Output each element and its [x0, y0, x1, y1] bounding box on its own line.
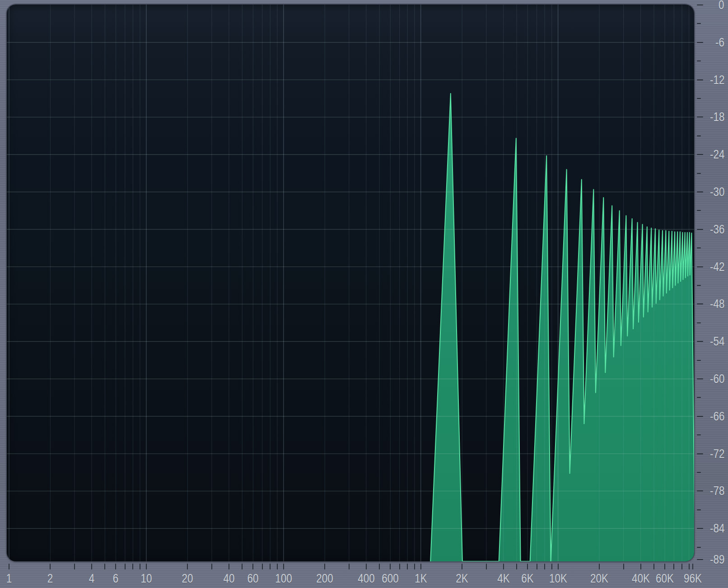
- db-major-tick: [697, 229, 703, 230]
- db-major-tick: [697, 266, 703, 267]
- frequency-axis-label: 2K: [456, 572, 468, 585]
- db-axis-label: -36: [710, 223, 724, 236]
- db-major-tick: [697, 378, 703, 379]
- db-minor-tick: [697, 210, 701, 211]
- db-axis-label: -6: [715, 36, 724, 49]
- frequency-axis-label: 20: [182, 572, 193, 585]
- frequency-tick: [146, 564, 147, 569]
- db-axis-label: 0: [719, 0, 724, 12]
- frequency-axis-label: 40: [223, 572, 234, 585]
- frequency-axis-label: 60: [247, 572, 259, 585]
- db-minor-tick: [697, 434, 701, 435]
- frequency-tick: [516, 564, 517, 569]
- db-major-tick: [697, 341, 703, 342]
- frequency-tick: [140, 564, 140, 569]
- frequency-tick: [125, 564, 126, 569]
- db-axis-label: -12: [710, 73, 724, 87]
- db-axis: 0-6-12-18-24-30-36-42-48-54-60-66-72-78-…: [694, 0, 728, 588]
- db-axis-label: -42: [710, 260, 724, 274]
- frequency-tick: [9, 564, 9, 569]
- db-axis-label: -72: [710, 447, 724, 461]
- frequency-tick: [262, 564, 263, 569]
- frequency-tick: [486, 564, 487, 569]
- frequency-axis-label: 10: [140, 572, 152, 585]
- spectrum-display[interactable]: [7, 5, 694, 561]
- frequency-tick: [187, 564, 188, 569]
- db-minor-tick: [697, 98, 701, 99]
- frequency-tick: [366, 564, 367, 569]
- frequency-tick: [50, 564, 51, 569]
- frequency-tick: [689, 564, 690, 569]
- frequency-axis-label: 60K: [656, 572, 674, 585]
- db-axis-label: -30: [710, 185, 724, 199]
- spectrum-analyzer-panel: 0-6-12-18-24-30-36-42-48-54-60-66-72-78-…: [0, 0, 728, 588]
- frequency-axis-label: 1K: [415, 572, 427, 585]
- frequency-axis-label: 20K: [590, 572, 608, 585]
- frequency-tick: [462, 564, 462, 569]
- frequency-tick: [664, 564, 665, 569]
- db-minor-tick: [697, 322, 701, 323]
- frequency-axis-label: 100: [275, 572, 292, 585]
- frequency-tick: [599, 564, 600, 569]
- frequency-axis-label: 96K: [684, 572, 702, 585]
- frequency-tick: [537, 564, 537, 569]
- frequency-tick: [74, 564, 75, 569]
- frequency-axis-label: 10K: [549, 572, 567, 585]
- db-axis-label: -18: [710, 110, 724, 124]
- frequency-tick: [544, 564, 545, 569]
- frequency-tick: [558, 564, 559, 569]
- frequency-tick: [132, 564, 133, 569]
- frequency-tick: [407, 564, 408, 569]
- db-major-tick: [697, 559, 703, 560]
- frequency-tick: [211, 564, 212, 569]
- frequency-tick: [420, 564, 421, 569]
- frequency-axis-label: 6: [113, 572, 118, 585]
- frequency-axis-label: 6K: [521, 572, 533, 585]
- db-minor-tick: [697, 547, 701, 548]
- db-major-tick: [697, 303, 703, 304]
- db-minor-tick: [697, 135, 701, 136]
- frequency-axis-label: 2: [47, 572, 53, 585]
- frequency-tick: [379, 564, 380, 569]
- frequency-tick: [324, 564, 325, 569]
- frequency-tick: [283, 564, 284, 569]
- frequency-tick: [681, 564, 682, 569]
- frequency-tick: [640, 564, 641, 569]
- frequency-tick: [390, 564, 391, 569]
- frequency-axis-label: 200: [317, 572, 333, 585]
- frequency-tick: [115, 564, 116, 569]
- frequency-tick: [91, 564, 92, 569]
- db-minor-tick: [697, 472, 701, 473]
- db-axis-label: -60: [710, 372, 724, 386]
- db-minor-tick: [697, 285, 701, 286]
- db-minor-tick: [697, 23, 701, 24]
- frequency-axis-label: 400: [358, 572, 374, 585]
- db-major-tick: [697, 154, 703, 155]
- db-major-tick: [697, 490, 703, 491]
- db-major-tick: [697, 191, 703, 192]
- db-major-tick: [697, 79, 703, 80]
- frequency-tick: [229, 564, 229, 569]
- frequency-tick: [503, 564, 504, 569]
- frequency-tick: [551, 564, 552, 569]
- frequency-tick: [399, 564, 400, 569]
- db-minor-tick: [697, 360, 701, 361]
- spectrum-chart: [7, 5, 694, 561]
- db-major-tick: [697, 117, 703, 117]
- db-minor-tick: [697, 397, 701, 398]
- frequency-tick: [270, 564, 271, 569]
- db-major-tick: [697, 528, 703, 529]
- frequency-axis-label: 600: [382, 572, 399, 585]
- db-axis-label: -89: [710, 553, 724, 566]
- frequency-tick: [692, 564, 693, 569]
- frequency-tick: [673, 564, 674, 569]
- db-major-tick: [697, 42, 703, 43]
- db-axis-label: -78: [710, 484, 724, 498]
- frequency-axis-label: 4K: [497, 572, 509, 585]
- db-axis-label: -84: [710, 522, 724, 535]
- frequency-tick: [623, 564, 624, 569]
- frequency-axis-label: 4: [89, 572, 94, 585]
- db-major-tick: [697, 5, 703, 5]
- db-axis-label: -48: [710, 297, 724, 311]
- frequency-tick: [414, 564, 415, 569]
